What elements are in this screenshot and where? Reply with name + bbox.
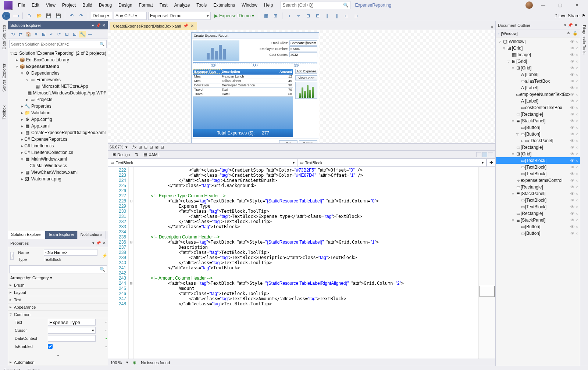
startup-combo[interactable]: ExpenseItDemo▾ [148, 12, 211, 20]
solution-search[interactable]: Search Solution Explorer (Ctrl+;)🔍 [9, 40, 107, 48]
lock-icon[interactable]: ○ [576, 211, 578, 216]
close-button[interactable]: ✕ [570, 1, 584, 10]
visibility-icon[interactable]: 👁 [570, 185, 574, 189]
menu-format[interactable]: Format [136, 1, 156, 9]
toolbox-tab[interactable]: Toolbox [1, 104, 7, 121]
visibility-icon[interactable]: 👁 [570, 86, 574, 90]
tree-node[interactable]: ▸⚙App.config [8, 116, 108, 123]
doc-tab-active[interactable]: CreateExpenseReportDialogBox.xaml 📌 ✕ [110, 22, 197, 30]
outline-node[interactable]: ▿⊞[Grid]👁○ [496, 58, 580, 65]
lock-icon[interactable]: ○ [576, 185, 578, 189]
code-zoom[interactable]: 100 % [110, 360, 122, 365]
visibility-icon[interactable]: 👁 [570, 59, 574, 64]
tree-node[interactable]: ▿📦ExpenseItDemo [8, 63, 108, 70]
tab-error-list[interactable]: Error List [0, 367, 24, 370]
layout-icon[interactable]: ⊞ [271, 12, 279, 20]
cat-automation[interactable]: ▸Automation [8, 359, 108, 366]
tree-node[interactable]: ▿▦MainWindow.xaml [8, 156, 108, 162]
zoom-level[interactable]: 66.67% [110, 145, 123, 149]
visibility-icon[interactable]: 👁 [567, 31, 571, 36]
lock-icon[interactable]: ○ [576, 205, 578, 209]
visibility-icon[interactable]: 👁 [570, 79, 574, 83]
lock-icon[interactable]: ○ [576, 46, 578, 50]
visibility-icon[interactable]: 👁 [570, 125, 574, 130]
tab-team-explorer[interactable]: Team Explorer [45, 231, 78, 239]
outline-node[interactable]: A[Label]👁○ [496, 98, 580, 104]
ok-button[interactable]: OK [279, 140, 297, 143]
menu-test[interactable]: Test [156, 1, 171, 9]
text-input[interactable] [48, 319, 96, 326]
expand-icon[interactable]: ⌄ [8, 351, 108, 359]
visibility-icon[interactable]: 👁 [570, 145, 574, 150]
pin-icon[interactable]: 📌 [96, 23, 101, 28]
outline-node[interactable]: ▭[Button]👁○ [496, 124, 580, 131]
outline-node[interactable]: ▭[TextBlock]👁○ [496, 170, 580, 177]
solution-tree[interactable]: ▿🗂Solution 'ExpenseReporting' (2 of 2 pr… [8, 49, 108, 231]
code-overview[interactable] [478, 167, 495, 359]
visibility-icon[interactable]: 👁 [570, 158, 574, 163]
tree-node[interactable]: ▿▭Frameworks [8, 76, 108, 83]
tree-node[interactable]: ▿⚙Dependencies [8, 70, 108, 76]
outline-node[interactable]: ▿▢[Window]👁○ [496, 38, 580, 45]
menu-project[interactable]: Project [59, 1, 79, 9]
outline-node[interactable]: ▭[TextBlock]👁○ [496, 197, 580, 204]
menu-edit[interactable]: Edit [28, 1, 43, 9]
lock-icon[interactable]: ○ [576, 59, 578, 64]
menu-file[interactable]: File [15, 1, 28, 9]
visibility-icon[interactable]: 👁 [570, 224, 574, 229]
nav-left[interactable]: ▭ TextBlock▾ [108, 159, 297, 166]
lock-icon[interactable]: ○ [576, 139, 578, 143]
diagnostic-tools-tab[interactable]: Diagnostic Tools [581, 24, 587, 56]
save-icon[interactable]: 💾 [44, 12, 53, 20]
split-icon[interactable]: ✚ [487, 159, 495, 166]
lock-icon[interactable]: ○ [576, 79, 578, 83]
cat-text[interactable]: ▸Text [8, 296, 108, 303]
tree-node[interactable]: ▸C#ExpenseReport.cs [8, 136, 108, 143]
add-expense-button[interactable]: Add Expense [295, 69, 317, 74]
visibility-icon[interactable]: 👁 [570, 152, 574, 156]
new-project-icon[interactable]: 🗋 [25, 12, 33, 20]
outline-node[interactable]: ▭[TextBlock]👁○ [496, 157, 580, 164]
lock-icon[interactable]: ○ [576, 112, 578, 116]
platform-combo[interactable]: Any CPU▾ [114, 12, 147, 20]
tab-overflow-icon[interactable]: ▾ [489, 25, 495, 30]
outline-node[interactable]: ▭[TextBlock]👁○ [496, 204, 580, 210]
visibility-icon[interactable]: 👁 [570, 211, 574, 216]
swap-panes-icon[interactable]: ⇅ [135, 152, 138, 157]
menu-debug[interactable]: Debug [96, 1, 115, 9]
nav-right[interactable]: ▭ TextBlock▾ [297, 159, 487, 166]
outline-node[interactable]: ▿▭[Button]👁○ [496, 131, 580, 137]
tree-node[interactable]: ▸▦ViewChartWindow.xaml [8, 169, 108, 176]
menu-design[interactable]: Design [115, 1, 135, 9]
visibility-icon[interactable]: 👁 [570, 139, 574, 143]
lock-icon[interactable]: ○ [576, 178, 578, 183]
start-debug-button[interactable]: ▶ ExpenseItDemo ▾ [212, 13, 256, 18]
visibility-icon[interactable]: 👁 [570, 66, 574, 70]
visibility-icon[interactable]: 👁 [570, 165, 574, 169]
visibility-icon[interactable]: 👁 [570, 198, 574, 202]
tree-node[interactable]: ▸▦CreateExpenseReportDialogBox.xaml [8, 129, 108, 136]
tree-node[interactable]: C#MainWindow.cs [8, 162, 108, 169]
outline-node[interactable]: ▿⊞[Grid]👁○ [496, 151, 580, 157]
lock-icon[interactable]: ○ [576, 125, 578, 130]
events-icon[interactable]: ⚡ [102, 253, 107, 258]
home-icon[interactable]: 🏠 [25, 31, 32, 37]
save-all-icon[interactable]: 💾 [54, 12, 62, 20]
visibility-icon[interactable]: 👁 [570, 218, 574, 222]
isenabled-checkbox[interactable] [48, 344, 53, 349]
cost-center-field[interactable] [289, 52, 317, 57]
tree-node[interactable]: ▸📁Validation [8, 109, 108, 116]
code-editor[interactable]: 2222232242252262272282292302312322332342… [108, 167, 495, 359]
arrange-by[interactable]: Arrange by: Category ▾ [8, 274, 108, 281]
lock-icon[interactable]: ○ [576, 99, 578, 103]
feedback-icon[interactable]: ⚑ [582, 13, 586, 18]
outline-node[interactable]: ▿⊞[Grid]👁○ [496, 65, 580, 71]
outline-node[interactable]: ⟐expenseItemsControl👁○ [496, 177, 580, 184]
visibility-icon[interactable]: 👁 [570, 105, 574, 110]
tab-solution-explorer[interactable]: Solution Explorer [8, 231, 45, 239]
outline-node[interactable]: ▭[Rectangle]👁○ [496, 111, 580, 118]
visibility-icon[interactable]: 👁 [570, 72, 574, 77]
menu-window[interactable]: Window [238, 1, 261, 9]
outline-node[interactable]: ▿≣[StackPanel]👁○ [496, 118, 580, 124]
visibility-icon[interactable]: 👁 [570, 99, 574, 103]
